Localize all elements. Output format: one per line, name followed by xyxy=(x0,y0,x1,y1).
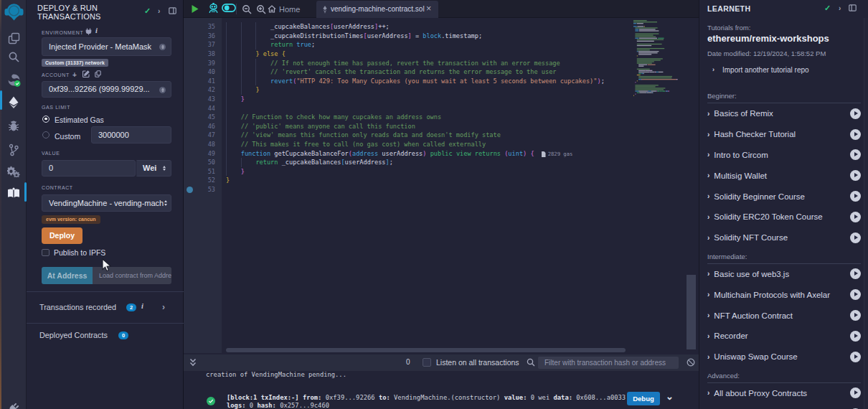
environment-info-icon[interactable]: i xyxy=(95,27,98,34)
publish-ipfs-checkbox[interactable] xyxy=(42,249,49,257)
debugger-icon[interactable] xyxy=(3,116,24,135)
tutorial-expand-icon[interactable]: › xyxy=(707,110,709,118)
search-icon[interactable] xyxy=(3,47,24,66)
account-select[interactable]: 0xf39...92266 (9999.99929... xyxy=(42,81,171,98)
tutorial-play-icon[interactable] xyxy=(850,191,861,202)
tutorial-play-icon[interactable] xyxy=(850,310,861,321)
transactions-expand-icon[interactable]: › xyxy=(162,302,165,312)
tutorial-play-icon[interactable] xyxy=(850,289,861,300)
editor-minimap[interactable] xyxy=(632,20,681,100)
value-input[interactable]: 0 xyxy=(42,160,136,177)
plug-icon[interactable] xyxy=(3,399,24,409)
custom-gas-input[interactable]: 3000000 xyxy=(91,126,171,144)
learneth-book-icon[interactable] xyxy=(3,184,24,202)
zoom-in-icon[interactable] xyxy=(256,4,266,14)
tutorial-item[interactable]: ›Hash Checker Tutorial xyxy=(707,124,861,145)
code-line-35[interactable]: 35_cupcakeBalances[userAddress]++; xyxy=(184,22,686,32)
plugin-pin-icon[interactable] xyxy=(849,4,857,11)
tx-expand-icon[interactable]: ⌄ xyxy=(666,391,674,402)
code-line-53[interactable]: 53 xyxy=(184,185,686,194)
tutorial-play-icon[interactable] xyxy=(850,212,861,222)
tutorial-item[interactable]: ›Basics of Remix xyxy=(707,103,861,124)
tutorial-play-icon[interactable] xyxy=(850,268,861,279)
tutorial-title[interactable]: Uniswap Swap Course xyxy=(714,352,850,361)
tutorial-item[interactable]: ›Basic use of web3.js xyxy=(707,264,861,285)
tutorial-play-icon[interactable] xyxy=(850,331,861,342)
custom-gas-radio[interactable] xyxy=(42,131,49,138)
tutorial-item[interactable]: ›Uniswap Swap Course xyxy=(707,347,861,367)
panel-collapse-icon[interactable]: › xyxy=(158,7,160,15)
tab-close-icon[interactable]: × xyxy=(426,4,431,14)
git-icon[interactable] xyxy=(3,141,24,159)
tutorial-title[interactable]: Solidity ERC20 Token Course xyxy=(714,212,850,221)
deploy-button[interactable]: Deploy xyxy=(42,227,82,245)
horizontal-scrollbar[interactable] xyxy=(226,348,626,352)
code-line-41[interactable]: 41revert("HTTP 429: Too Many Cupcakes (y… xyxy=(184,77,686,86)
code-line-36[interactable]: 36_cupcakeDistributionTimes[userAddress]… xyxy=(184,32,686,41)
terminal-collapse-icon[interactable] xyxy=(189,358,197,367)
tutorial-expand-icon[interactable]: › xyxy=(707,131,709,138)
tutorial-item[interactable]: ›Solidity ERC20 Token Course xyxy=(707,207,861,227)
code-line-45[interactable]: 45// Function to check how many cupcakes… xyxy=(184,113,686,122)
code-line-39[interactable]: 39// If not enough time has passed, reve… xyxy=(184,59,686,68)
tutorial-title[interactable]: All about Proxy Contracts xyxy=(714,389,850,398)
code-line-50[interactable]: 50return _cupcakeBalances[userAddress]; xyxy=(184,158,686,167)
estimated-gas-radio[interactable] xyxy=(42,116,49,123)
solidity-compiler-icon[interactable] xyxy=(3,70,24,89)
code-editor[interactable]: 35_cupcakeBalances[userAddress]++;36_cup… xyxy=(184,18,699,353)
code-line-49[interactable]: 49function getCupcakeBalanceFor(address … xyxy=(184,149,686,159)
transactions-info-icon[interactable]: i xyxy=(141,302,143,310)
tutorial-title[interactable]: Recorder xyxy=(714,332,850,340)
code-line-37[interactable]: 37return true; xyxy=(184,40,686,50)
tx-log-line2[interactable]: logs: 0 hash: 0x257...9c460 xyxy=(227,403,329,409)
tutorial-expand-icon[interactable]: › xyxy=(707,291,709,298)
tutorial-title[interactable]: Solidity Beginner Course xyxy=(714,192,850,201)
zoom-out-icon[interactable] xyxy=(242,4,252,14)
tutorial-expand-icon[interactable]: › xyxy=(707,213,709,221)
contract-select[interactable]: VendingMachine - vending-machin xyxy=(42,194,171,212)
code-line-44[interactable]: 44 xyxy=(184,104,686,113)
run-script-icon[interactable] xyxy=(190,4,199,14)
tutorial-title[interactable]: Basics of Remix xyxy=(714,109,850,118)
tutorial-play-icon[interactable] xyxy=(850,352,861,362)
tutorial-title[interactable]: Basic use of web3.js xyxy=(714,270,850,278)
tutorial-title[interactable]: Multichain Protocols with Axelar xyxy=(714,291,850,299)
tutorial-play-icon[interactable] xyxy=(850,232,861,243)
tutorial-item[interactable]: ›Intro to Circom xyxy=(707,145,861,166)
panel-pin-icon[interactable] xyxy=(169,7,176,14)
listen-checkbox[interactable] xyxy=(423,358,431,367)
tutorial-expand-icon[interactable]: › xyxy=(707,270,709,278)
tutorial-expand-icon[interactable]: › xyxy=(707,332,709,340)
tutorial-expand-icon[interactable]: › xyxy=(707,192,709,200)
tutorial-expand-icon[interactable]: › xyxy=(707,353,709,361)
tutorial-item[interactable]: ›Multisig Wallet xyxy=(707,165,861,186)
code-line-40[interactable]: 40// 'revert' cancels the transaction an… xyxy=(184,67,686,77)
deploy-run-icon[interactable] xyxy=(3,93,24,111)
tutorial-title[interactable]: NFT Auction Contract xyxy=(714,311,850,320)
ai-copilot-toggle[interactable] xyxy=(222,4,236,12)
remix-logo-icon[interactable] xyxy=(3,2,24,21)
terminal-filter-input[interactable]: Filter with transaction hash or address xyxy=(538,357,679,370)
code-line-52[interactable]: 52} xyxy=(184,176,686,185)
tutorial-item[interactable]: ›Solidity Beginner Course xyxy=(707,186,861,207)
home-icon[interactable] xyxy=(268,5,276,13)
file-explorer-icon[interactable] xyxy=(3,29,24,47)
tutorial-expand-icon[interactable]: › xyxy=(707,234,709,242)
tutorial-item[interactable]: ›Multichain Protocols with Axelar xyxy=(707,284,861,305)
tutorial-title[interactable]: Solidity NFT Course xyxy=(714,233,850,242)
at-address-button[interactable]: At Address xyxy=(42,267,93,284)
tutorial-expand-icon[interactable]: › xyxy=(707,151,709,159)
environment-plug-icon[interactable] xyxy=(85,28,92,35)
code-line-42[interactable]: 42} xyxy=(184,85,686,95)
home-tab-label[interactable]: Home xyxy=(279,5,300,14)
tx-log-line1[interactable]: [block:1 txIndex:-] from: 0xf39...92266 … xyxy=(227,395,629,402)
tutorial-item[interactable]: ›Recorder xyxy=(707,326,861,347)
account-copy-icon[interactable] xyxy=(95,70,101,77)
plugin-manager-icon[interactable] xyxy=(3,162,24,181)
tutorial-item[interactable]: ›All about Proxy Contracts xyxy=(707,383,861,404)
tutorial-expand-icon[interactable]: › xyxy=(707,389,709,397)
active-file-tab[interactable]: vending-machine-contract.sol × xyxy=(316,1,438,18)
code-line-38[interactable]: 38} else { xyxy=(184,50,686,59)
tutorial-item[interactable]: ›Solidity NFT Course xyxy=(707,227,861,248)
tutorial-play-icon[interactable] xyxy=(850,170,861,181)
